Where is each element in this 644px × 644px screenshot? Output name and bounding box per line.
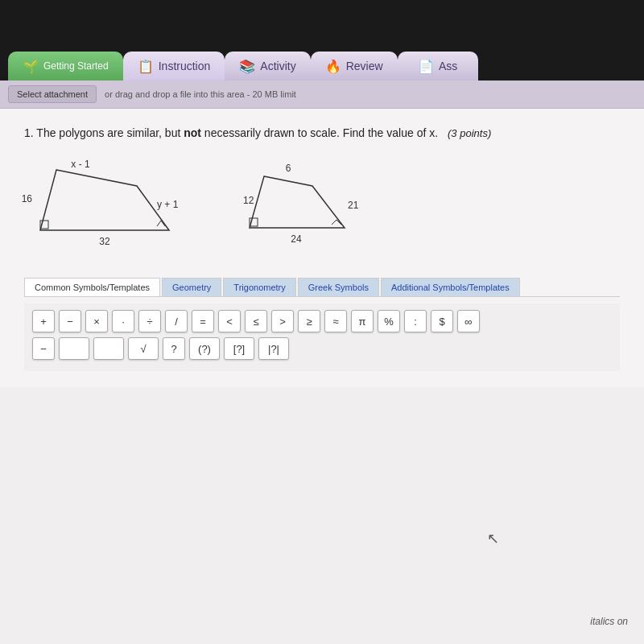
key-slash[interactable]: / [165,310,188,332]
question-number: 1. [24,126,34,139]
key-minus[interactable]: − [59,310,81,332]
key-times[interactable]: × [85,310,108,332]
getting-started-icon: 🌱 [23,58,39,74]
key-div[interactable]: ÷ [138,310,161,332]
question-text-after: necessarily drawn to scale. Find the val… [201,126,438,139]
key-bracket-q[interactable]: [?] [224,337,254,360]
key-approx[interactable]: ≈ [324,310,347,332]
key-blank1[interactable] [59,337,89,360]
symbol-tab-additional[interactable]: Additional Symbols/Templates [381,278,520,296]
question-bold: not [184,126,201,139]
key-colon[interactable]: : [404,310,427,332]
key-gt[interactable]: > [271,310,294,332]
question-area: 1. The polygons are similar, but not nec… [0,109,644,387]
bottom-bar: italics on [590,613,628,628]
polygon-2: 6 21 12 24 [242,162,370,254]
tab-getting-started[interactable]: 🌱 Getting Started [8,52,123,80]
keyboard-area: + − × · ÷ / = < ≤ > ≥ ≈ π % : $ ∞ − [24,303,620,371]
tab-getting-started-label: Getting Started [43,60,109,72]
symbol-tab-trigonometry[interactable]: Trigonometry [223,278,295,296]
svg-text:24: 24 [291,233,302,245]
key-percent[interactable]: % [378,310,400,332]
key-abs-q[interactable]: |?| [258,337,289,360]
key-geq[interactable]: ≥ [298,310,320,332]
tab-ass-label: Ass [439,60,457,72]
key-plus[interactable]: + [32,310,55,332]
symbol-tab-geometry[interactable]: Geometry [162,278,221,296]
instruction-icon: 📋 [138,58,154,74]
select-attachment-button[interactable]: Select attachment [8,85,97,103]
svg-text:x - 1: x - 1 [71,159,90,170]
italics-label: italics on [590,616,628,627]
navigation-tabs: 🌱 Getting Started 📋 Instruction 📚 Activi… [0,52,478,80]
svg-marker-6 [250,176,345,228]
tab-instruction-label: Instruction [159,60,211,72]
key-pi[interactable]: π [351,310,374,332]
symbol-tabs: Common Symbols/Templates Geometry Trigon… [24,278,620,297]
attachment-bar: Select attachment or drag and drop a fil… [0,80,644,109]
key-infinity[interactable]: ∞ [457,310,480,332]
key-equals[interactable]: = [192,310,214,332]
key-leq[interactable]: ≤ [245,310,267,332]
key-lt[interactable]: < [218,310,241,332]
activity-icon: 📚 [239,58,255,74]
svg-text:21: 21 [348,200,359,211]
tab-activity-label: Activity [260,60,295,72]
key-blank2[interactable] [93,337,124,360]
svg-text:12: 12 [243,195,254,206]
tab-activity[interactable]: 📚 Activity [225,52,310,80]
tab-review-label: Review [346,60,383,72]
key-question[interactable]: ? [163,337,185,360]
symbol-tab-greek[interactable]: Greek Symbols [298,278,379,296]
question-points: (3 points) [448,127,491,139]
question-text-before: The polygons are similar, but [36,126,184,139]
review-icon: 🔥 [325,58,341,74]
keyboard-row-1: + − × · ÷ / = < ≤ > ≥ ≈ π % : $ ∞ [32,310,612,332]
polygons-container: x - 1 y + 1 16 32 [24,158,620,258]
svg-text:6: 6 [286,163,291,174]
key-dollar[interactable]: $ [431,310,453,332]
symbol-tab-common[interactable]: Common Symbols/Templates [24,278,160,296]
svg-text:y + 1: y + 1 [157,199,179,210]
main-content: Select attachment or drag and drop a fil… [0,80,644,644]
key-neg[interactable]: − [32,337,55,360]
tab-review[interactable]: 🔥 Review [311,52,398,80]
cursor: ↖ [487,530,499,547]
key-sqrt[interactable]: √ [128,337,159,360]
polygon-1: x - 1 y + 1 16 32 [32,158,193,258]
question-text: 1. The polygons are similar, but not nec… [24,125,620,142]
attachment-hint: or drag and drop a file into this area -… [105,89,296,99]
ass-icon: 📄 [418,58,434,74]
tab-instruction[interactable]: 📋 Instruction [123,52,225,80]
tab-ass[interactable]: 📄 Ass [398,52,478,80]
key-paren-q[interactable]: (?) [189,337,220,360]
key-dot[interactable]: · [112,310,134,332]
svg-text:32: 32 [99,236,110,247]
svg-text:16: 16 [22,193,33,204]
keyboard-row-2: − √ ? (?) [?] |?| [32,337,612,360]
svg-marker-0 [40,170,169,230]
